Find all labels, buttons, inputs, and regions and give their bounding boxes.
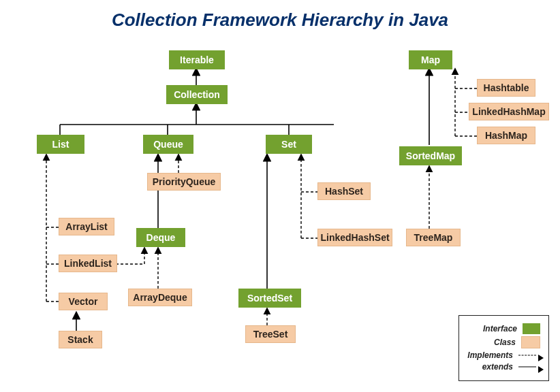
node-linkedlist: LinkedList <box>59 255 117 272</box>
node-collection: Collection <box>166 85 228 104</box>
node-sortedmap: SortedMap <box>399 146 462 165</box>
node-sortedset: SortedSet <box>238 289 301 308</box>
node-arraylist: ArrayList <box>59 218 114 235</box>
node-map: Map <box>409 50 452 69</box>
node-list: List <box>37 135 84 154</box>
legend-implements-arrow-icon <box>518 350 540 360</box>
diagram-canvas: Collection Framework Hierarchy in Java <box>0 0 560 392</box>
node-treeset: TreeSet <box>245 325 296 343</box>
legend-interface-label: Interface <box>483 324 517 333</box>
node-priorityqueue: PriorityQueue <box>147 173 221 191</box>
node-hashset: HashSet <box>317 182 371 200</box>
node-stack: Stack <box>59 331 102 348</box>
node-iterable: Iterable <box>169 50 225 69</box>
legend-class-swatch <box>521 336 540 348</box>
node-hashmap: HashMap <box>477 127 535 144</box>
node-deque: Deque <box>136 228 185 247</box>
node-linkedhashmap: LinkedHashMap <box>469 103 549 120</box>
node-treemap: TreeMap <box>406 229 461 246</box>
legend-extends-arrow-icon <box>518 362 540 372</box>
legend-class-label: Class <box>494 338 516 347</box>
node-linkedhashset: LinkedHashSet <box>317 229 392 246</box>
node-vector: Vector <box>59 293 108 310</box>
diagram-title: Collection Framework Hierarchy in Java <box>0 10 560 31</box>
legend-extends-label: extends <box>482 362 513 372</box>
legend-interface-swatch <box>523 323 540 334</box>
legend-implements-label: Implements <box>467 350 513 360</box>
node-hashtable: Hashtable <box>477 79 535 97</box>
node-queue: Queue <box>143 135 193 154</box>
node-arraydeque: ArrayDeque <box>128 289 192 306</box>
node-set: Set <box>266 135 312 154</box>
legend: Interface Class Implements extends <box>458 315 549 381</box>
